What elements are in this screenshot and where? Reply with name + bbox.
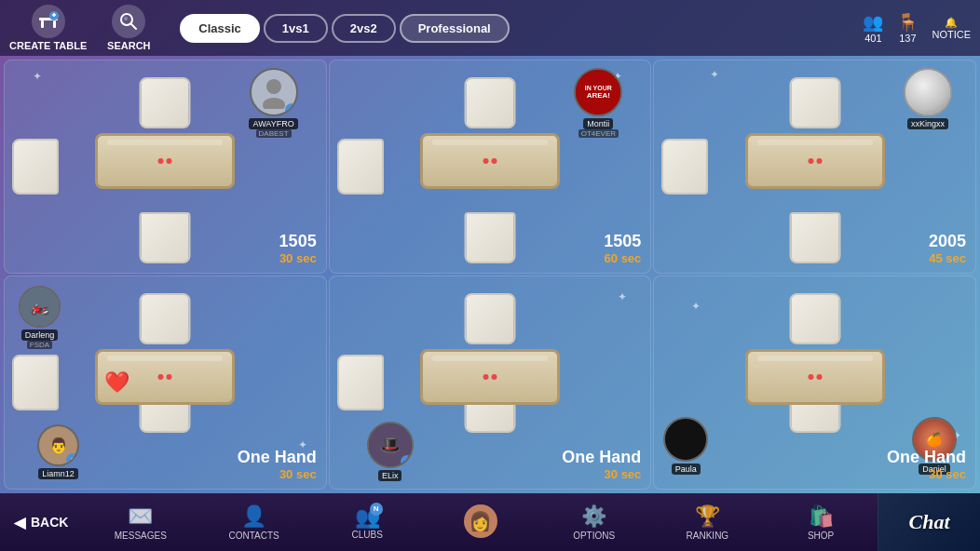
tables-grid: ✦ 💀 2 AWAYFRO xyxy=(0,56,980,493)
search-button[interactable]: SEARCH xyxy=(96,5,161,51)
player-name: Liamn12 xyxy=(38,468,78,479)
player-name: Darleng xyxy=(21,329,59,341)
ranking-icon: 🏆 xyxy=(695,504,720,529)
table-row[interactable]: ✦ 🏍️ 💀 Darleng FSDA xyxy=(4,276,327,490)
player-name: AWAYFRO xyxy=(249,118,297,129)
avatar: 🏍️ 💀 xyxy=(19,286,61,328)
notice-button[interactable]: 🔔 NOTICE xyxy=(932,17,971,40)
tables-count: 🪑 137 xyxy=(897,12,918,44)
heart-icon: ❤️ xyxy=(104,370,129,395)
clubs-badge: 👥 N xyxy=(355,505,380,530)
level-badge: 1 xyxy=(66,453,79,466)
player-sub: OT4EVER xyxy=(578,129,619,138)
skull-icon: 💀 xyxy=(52,286,61,293)
player-avatar: 🎩 2 ELix xyxy=(367,422,414,481)
avatar: 💀 2 xyxy=(250,68,298,116)
clubs-nav-item[interactable]: 👥 N CLUBS xyxy=(339,505,395,540)
level-badge: 2 xyxy=(285,103,298,116)
online-count: 👥 401 xyxy=(863,12,883,44)
player-avatar: IN YOUR AREA! 💀 Montii OT4EVER xyxy=(574,68,622,138)
profile-nav-item[interactable]: 👩 xyxy=(453,504,509,540)
search-icon xyxy=(112,5,145,38)
avatar: 💀 xyxy=(663,417,708,462)
chat-button[interactable]: Chat xyxy=(878,493,980,551)
create-table-icon xyxy=(32,5,65,38)
score-time: 30 sec xyxy=(887,467,966,481)
player-name: Paula xyxy=(672,464,701,475)
messages-nav-item[interactable]: ✉️ MESSAGES xyxy=(113,504,169,541)
svg-rect-5 xyxy=(53,13,55,17)
tab-2vs2[interactable]: 2vs2 xyxy=(332,14,396,43)
score-info: 2005 45 sec xyxy=(929,232,966,265)
score-info: One Hand 30 sec xyxy=(887,448,966,481)
skull-icon: 💀 xyxy=(948,417,957,424)
score-time: 30 sec xyxy=(279,251,317,265)
player-name: ELix xyxy=(378,470,402,481)
level-badge: 2 xyxy=(401,455,414,468)
score-info: 1505 30 sec xyxy=(279,232,317,265)
player1-avatar: 🏍️ 💀 Darleng FSDA xyxy=(19,286,61,349)
avatar: 👨 1 xyxy=(37,424,79,466)
options-icon: ⚙️ xyxy=(581,504,606,529)
options-nav-item[interactable]: ⚙️ OPTIONS xyxy=(566,504,622,541)
back-arrow-icon: ◀ xyxy=(14,514,25,531)
svg-point-10 xyxy=(263,98,285,109)
avatar: 💀 xyxy=(904,68,952,116)
table-row[interactable]: ✦ 💀 2 AWAYFRO xyxy=(4,60,327,274)
skull-icon: 💀 xyxy=(700,417,708,424)
tab-group: Classic 1vs1 2vs2 Professional xyxy=(180,14,509,43)
score-value: 1505 xyxy=(604,232,641,251)
player-sub: FSDA xyxy=(27,341,52,349)
avatar: IN YOUR AREA! 💀 xyxy=(574,68,622,116)
score-info: One Hand 30 sec xyxy=(562,448,641,481)
nav-items: ✉️ MESSAGES 👤 CONTACTS 👥 N CLUBS 👩 ⚙️ OP… xyxy=(84,504,878,541)
table-row[interactable]: ✦ ✦ 💀 Paula xyxy=(653,276,976,490)
score-value: One Hand xyxy=(562,448,641,467)
table-row[interactable]: ✦ 💀 xxKingxx 2005 xyxy=(653,60,976,274)
player-avatar: 💀 2 AWAYFRO DABEST xyxy=(249,68,297,138)
shop-nav-item[interactable]: 🛍️ SHOP xyxy=(793,504,849,541)
score-value: 1505 xyxy=(279,232,317,251)
player-sub: DABEST xyxy=(256,129,292,138)
player-avatar: 💀 xxKingxx xyxy=(904,68,952,129)
skull-icon: 💀 xyxy=(288,68,298,77)
contacts-nav-item[interactable]: 👤 CONTACTS xyxy=(226,504,282,541)
player2-avatar: 👨 1 Liamn12 xyxy=(37,424,79,479)
shop-icon: 🛍️ xyxy=(809,504,834,529)
score-value: 2005 xyxy=(929,232,966,251)
tab-1vs1[interactable]: 1vs1 xyxy=(264,14,328,43)
score-time: 45 sec xyxy=(929,251,966,265)
player1-avatar: 💀 Paula xyxy=(663,417,708,475)
player-name: xxKingxx xyxy=(907,118,948,129)
top-bar: CREATE TABLE SEARCH Classic 1vs1 2vs2 Pr… xyxy=(0,0,980,56)
table-row[interactable]: ✦ 🎩 2 ELix One Hand xyxy=(329,276,652,490)
profile-avatar: 👩 xyxy=(464,504,497,538)
score-value: One Hand xyxy=(887,448,966,467)
svg-rect-2 xyxy=(53,20,56,28)
score-info: One Hand 30 sec xyxy=(238,448,317,481)
score-value: One Hand xyxy=(238,448,317,467)
score-time: 30 sec xyxy=(562,467,641,481)
back-button[interactable]: ◀ BACK xyxy=(0,514,84,531)
ranking-nav-item[interactable]: 🏆 RANKING xyxy=(679,504,735,541)
tab-professional[interactable]: Professional xyxy=(400,14,510,43)
contacts-icon: 👤 xyxy=(241,504,266,529)
player-name: Montii xyxy=(583,118,613,129)
in-your-area-badge: IN YOUR AREA! xyxy=(574,68,622,116)
svg-point-9 xyxy=(266,79,281,94)
right-icons: 👥 401 🪑 137 🔔 NOTICE xyxy=(863,12,971,44)
bottom-nav: ◀ BACK ✉️ MESSAGES 👤 CONTACTS 👥 N CLUBS … xyxy=(0,493,980,551)
table-row[interactable]: ✦ IN YOUR AREA! 💀 xyxy=(329,60,652,274)
create-table-button[interactable]: CREATE TABLE xyxy=(9,5,87,51)
score-time: 60 sec xyxy=(604,251,641,265)
svg-line-7 xyxy=(131,24,137,30)
score-time: 30 sec xyxy=(238,467,317,481)
tab-classic[interactable]: Classic xyxy=(180,14,260,43)
skull-icon: 💀 xyxy=(942,68,952,77)
avatar: 🎩 2 xyxy=(367,422,414,468)
clubs-notification: N xyxy=(370,503,383,516)
svg-point-8 xyxy=(124,17,128,20)
messages-icon: ✉️ xyxy=(128,504,153,529)
score-info: 1505 60 sec xyxy=(604,232,641,265)
svg-rect-1 xyxy=(41,20,44,28)
